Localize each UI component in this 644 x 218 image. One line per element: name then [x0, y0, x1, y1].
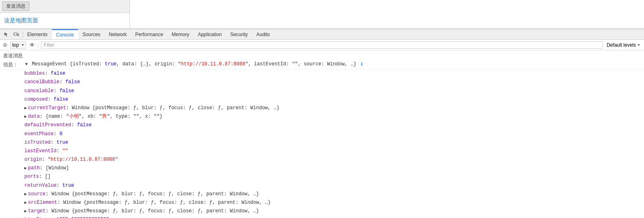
filter-placeholder: Filter: [44, 42, 55, 48]
tab-sources[interactable]: Sources: [78, 29, 105, 39]
prop-ports: ports: []: [0, 173, 644, 181]
prop-last-event-id: lastEventId: "": [0, 147, 644, 155]
prop-current-target[interactable]: ▶currentTarget: Window {postMessage: ƒ, …: [0, 104, 644, 112]
page-content: 这是地图页面: [0, 13, 130, 28]
context-label: top: [12, 42, 19, 48]
console-toolbar: ⊘ top 👁 | Filter Default levels: [0, 40, 644, 50]
tab-network[interactable]: Network: [105, 29, 131, 39]
prop-src-element[interactable]: ▶srcElement: Window {postMessage: ƒ, blu…: [0, 199, 644, 207]
levels-dropdown-icon: [638, 44, 640, 46]
svg-rect-0: [14, 33, 17, 35]
prop-source[interactable]: ▶source: Window {postMessage: ƒ, blur: ƒ…: [0, 190, 644, 199]
prop-return-value: returnValue: true: [0, 181, 644, 190]
prop-event-phase: eventPhase: 0: [0, 130, 644, 138]
prop-timestamp: timeStamp: 1255.0699999992503: [0, 216, 644, 218]
devtools-icon-bar: [0, 31, 23, 38]
prop-target[interactable]: ▶target: Window {postMessage: ƒ, blur: ƒ…: [0, 207, 644, 216]
tab-elements[interactable]: Elements: [23, 29, 52, 39]
message-event-summary[interactable]: ▼ MessageEvent {isTrusted: true, data: {…: [25, 61, 641, 67]
context-selector[interactable]: top: [10, 41, 26, 49]
console-info-block: 信息： ▼ MessageEvent {isTrusted: true, dat…: [0, 60, 644, 69]
devtools-tabs: Elements Console Sources Network Perform…: [23, 29, 644, 39]
send-btn-bar: 发送消息: [0, 0, 130, 13]
info-label: 信息：: [3, 61, 24, 68]
send-msg-text: 发送消息: [3, 53, 23, 59]
prop-bubbles: bubbles: false: [0, 69, 644, 78]
devtools-toolbar: Elements Console Sources Network Perform…: [0, 29, 644, 40]
prop-origin: origin: "http://10.11.0.87:8088": [0, 155, 644, 164]
message-event-type: MessageEvent {isTrusted: true, data: {…}…: [32, 61, 356, 67]
page-content-text: 这是地图页面: [4, 17, 38, 24]
tab-audits[interactable]: Audits: [252, 29, 274, 39]
tab-console[interactable]: Console: [52, 29, 78, 39]
tab-security[interactable]: Security: [226, 29, 252, 39]
info-icon: ℹ: [361, 62, 363, 67]
console-icon-bar: ⊘: [2, 41, 9, 48]
devtools-panel: Elements Console Sources Network Perform…: [0, 29, 644, 218]
console-output: 发送消息 信息： ▼ MessageEvent {isTrusted: true…: [0, 50, 644, 218]
tab-application[interactable]: Application: [194, 29, 226, 39]
prop-default-prevented: defaultPrevented: false: [0, 121, 644, 130]
levels-dropdown[interactable]: Default levels: [604, 42, 642, 48]
eye-icon[interactable]: 👁: [29, 42, 35, 48]
tab-performance[interactable]: Performance: [131, 29, 168, 39]
svg-rect-1: [17, 34, 19, 36]
prop-is-trusted: isTrusted: true: [0, 138, 644, 147]
tab-memory[interactable]: Memory: [168, 29, 194, 39]
left-page-panel: 发送消息 这是地图页面: [0, 0, 130, 28]
inspect-element-icon[interactable]: [2, 31, 11, 38]
context-dropdown-icon: [22, 44, 24, 46]
prop-cancelable: cancelable: false: [0, 87, 644, 95]
prop-path[interactable]: ▶path: [Window]: [0, 164, 644, 173]
send-message-button[interactable]: 发送消息: [2, 2, 29, 11]
filter-input[interactable]: Filter: [41, 41, 603, 49]
clear-console-icon[interactable]: ⊘: [2, 41, 9, 48]
prop-data[interactable]: ▶data: {name: "小明", xb: "男", type: "", x…: [0, 112, 644, 121]
prop-composed: composed: false: [0, 95, 644, 104]
console-line-sendmsg: 发送消息: [0, 52, 644, 60]
prop-cancel-bubble: cancelBubble: false: [0, 78, 644, 86]
expand-triangle[interactable]: ▼: [25, 62, 28, 67]
device-toolbar-icon[interactable]: [12, 31, 20, 38]
levels-label: Default levels: [607, 42, 636, 48]
